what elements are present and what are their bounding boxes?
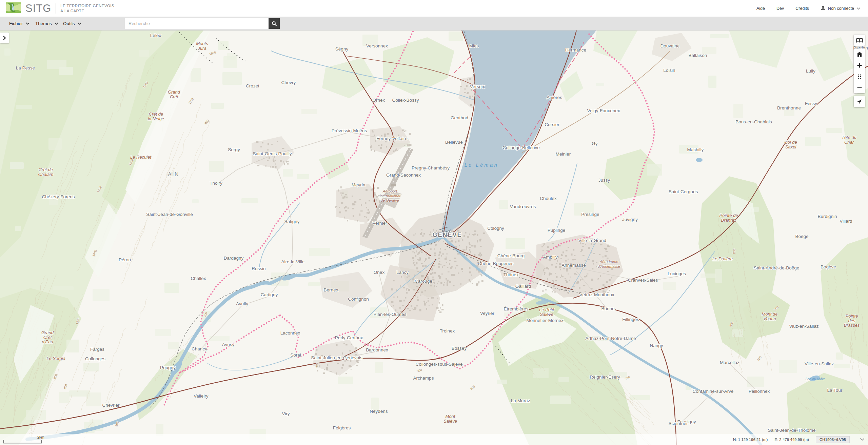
scale-label: 2km bbox=[37, 435, 44, 439]
search bbox=[125, 18, 280, 29]
credits-link[interactable]: Crédits bbox=[795, 6, 809, 11]
brand[interactable]: SITG LE TERRITOIRE GENEVOIS À LA CARTE bbox=[5, 2, 114, 15]
map-label: 700 bbox=[756, 356, 762, 362]
brand-tagline: LE TERRITOIRE GENEVOIS À LA CARTE bbox=[60, 3, 114, 13]
map-container: LélexSégnyVersonnexMiesHermanceDouvaineB… bbox=[0, 31, 868, 445]
map-label: Thoiry bbox=[210, 181, 222, 186]
map-label: Cologny bbox=[487, 226, 504, 231]
home-icon bbox=[856, 52, 863, 57]
coord-east: E: 2 479 449.99 (m) bbox=[774, 438, 809, 442]
map-label: 500 bbox=[416, 368, 422, 373]
scale-bar: 2km bbox=[3, 435, 49, 444]
map-label: Aéroportinternationalde Genève bbox=[380, 189, 400, 202]
geolocate-button[interactable] bbox=[854, 96, 865, 107]
map-label: Bellevue bbox=[445, 140, 463, 145]
map-label: Neydens bbox=[370, 409, 388, 414]
map-label: Mont deVouan bbox=[762, 311, 778, 321]
map-label: Mies bbox=[469, 43, 479, 48]
map-label: Vétraz-Monthoux bbox=[579, 292, 614, 297]
user-menu[interactable]: Non connecté bbox=[821, 5, 861, 12]
map-label: Le Léman bbox=[465, 162, 499, 168]
map-label: Versoix bbox=[470, 84, 485, 89]
map-label: Collonges-sous-Salève bbox=[416, 362, 463, 367]
chevron-down-icon bbox=[856, 7, 861, 10]
chevron-down-icon[interactable] bbox=[860, 438, 865, 441]
chevron-down-icon bbox=[78, 22, 81, 25]
map-label: 400 bbox=[204, 312, 208, 317]
map-label: Le Sorgia bbox=[46, 356, 65, 361]
menubar: Fichier Thèmes Outils bbox=[0, 17, 868, 31]
map-label: 1100 bbox=[188, 97, 194, 105]
search-button[interactable] bbox=[269, 18, 280, 29]
menu-outils[interactable]: Outils bbox=[63, 17, 81, 31]
map-label: 600 bbox=[470, 385, 476, 390]
map-label: Challex bbox=[191, 276, 206, 281]
map-label: Saint-Jean-de-Tholome bbox=[768, 428, 815, 433]
navigation-arrow-icon bbox=[857, 99, 862, 104]
zoom-out-button[interactable] bbox=[854, 82, 865, 93]
map-label: Viuz-en-Sallaz bbox=[789, 324, 819, 329]
map-label: Étrembières bbox=[504, 306, 529, 311]
map-label: Ambilly bbox=[543, 255, 558, 260]
map-label: Pregny-Chambésy bbox=[412, 165, 450, 170]
map-label: Ségny bbox=[335, 46, 349, 52]
map-label: Monnetier-Mornex bbox=[526, 318, 564, 323]
map-label: Fessy bbox=[805, 101, 817, 106]
map-label: Genthod bbox=[451, 115, 468, 120]
map-label: Collex-Bossy bbox=[392, 98, 419, 103]
search-icon bbox=[272, 21, 277, 26]
map-label: GENÈVE bbox=[432, 231, 462, 238]
map-label: Bons-en-Chablais bbox=[735, 119, 772, 124]
map-label: Dardagny bbox=[224, 256, 244, 261]
map-canvas[interactable]: LélexSégnyVersonnexMiesHermanceDouvaineB… bbox=[0, 31, 868, 445]
options-button[interactable] bbox=[854, 71, 865, 82]
map-label: Confignon bbox=[348, 297, 369, 302]
map-label: Meyrin bbox=[352, 182, 366, 187]
sidebar-toggle-button[interactable] bbox=[0, 33, 9, 43]
map-label: Chevry bbox=[281, 80, 296, 85]
menu-fichier[interactable]: Fichier bbox=[9, 17, 29, 31]
map-label: Avusy bbox=[222, 342, 235, 347]
map-label: Reignier-Esery bbox=[590, 375, 620, 380]
minus-icon bbox=[857, 85, 862, 90]
map-label: Ballaison bbox=[689, 53, 707, 58]
map-label: Plan-les-Ouates bbox=[374, 312, 407, 317]
map-label: Grand-Saconnex bbox=[386, 173, 421, 178]
map-label: Gaillard bbox=[515, 284, 531, 289]
map-label: La Muraz bbox=[511, 398, 530, 403]
chevron-down-icon bbox=[26, 22, 29, 25]
map-label: 900 bbox=[204, 119, 210, 125]
crs-selector[interactable]: CH1903+/LV95 bbox=[816, 436, 850, 443]
user-label: Non connecté bbox=[828, 6, 854, 11]
home-button[interactable] bbox=[854, 48, 865, 60]
map-label: Pointe deBrantaz bbox=[719, 213, 738, 223]
map-label: AIN bbox=[168, 171, 179, 177]
map-label: Loisin bbox=[663, 68, 675, 73]
menu-themes[interactable]: Thèmes bbox=[35, 17, 58, 31]
map-statusbar: 2km N: 1 129 196.21 (m) E: 2 479 449.99 … bbox=[0, 434, 868, 445]
map-label: Lélex bbox=[150, 33, 161, 38]
map-label: Arthaz-Pont-Notre-Dame bbox=[585, 336, 636, 341]
map-label: Cranves-Sales bbox=[628, 278, 658, 283]
zoom-in-button[interactable] bbox=[854, 60, 865, 71]
map-label: Chêne-Bougeries bbox=[478, 261, 513, 266]
map-label: 1500 bbox=[209, 50, 216, 56]
map-label: Puplinge bbox=[548, 228, 566, 233]
help-link[interactable]: Aide bbox=[756, 6, 765, 11]
map-label: Choulex bbox=[540, 196, 557, 201]
map-label: Fillinges bbox=[622, 317, 639, 322]
map-label: Vernier bbox=[373, 221, 387, 226]
map-label: Valleiry bbox=[194, 393, 209, 399]
map-label: Scientrier bbox=[668, 421, 688, 426]
map-label: Lancy bbox=[396, 270, 409, 275]
map-label: Onex bbox=[374, 270, 385, 275]
map-label: Troinex bbox=[440, 328, 455, 333]
chevron-down-icon bbox=[55, 22, 58, 25]
map-label: Aérodromed'Annemasse bbox=[598, 260, 620, 268]
overview-map-button[interactable] bbox=[854, 35, 865, 46]
map-label: Ferney-Voltaire bbox=[376, 136, 408, 141]
dev-link[interactable]: Dev bbox=[776, 6, 784, 11]
map-label: Ornex bbox=[373, 98, 385, 103]
search-input[interactable] bbox=[125, 18, 269, 29]
map-label: Lac du Môle bbox=[805, 377, 825, 381]
